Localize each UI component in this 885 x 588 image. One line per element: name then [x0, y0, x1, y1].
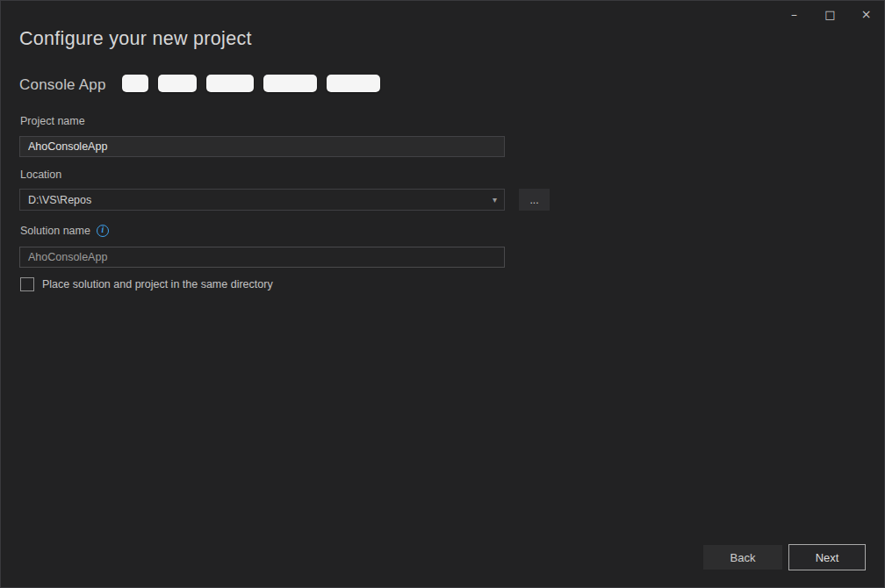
maximize-icon[interactable]: □ [812, 1, 848, 27]
minimize-icon[interactable]: – [776, 1, 812, 27]
same-directory-checkbox-label: Place solution and project in the same d… [42, 278, 273, 290]
back-button[interactable]: Back [703, 545, 782, 570]
close-icon[interactable]: × [848, 1, 884, 27]
info-icon[interactable]: i [97, 225, 109, 237]
tag-placeholder-pill [263, 75, 317, 92]
location-value: D:\VS\Repos [28, 194, 91, 206]
tag-placeholder-pill [158, 75, 197, 92]
location-label: Location [20, 169, 61, 181]
solution-name-input[interactable] [19, 247, 505, 268]
location-dropdown[interactable]: D:\VS\Repos ▾ [19, 189, 505, 211]
tag-placeholder-pill [327, 75, 380, 92]
next-button[interactable]: Next [788, 544, 866, 570]
project-tag-placeholders [122, 75, 390, 96]
same-directory-checkbox-row[interactable]: Place solution and project in the same d… [20, 277, 273, 291]
tag-placeholder-pill [122, 75, 148, 92]
solution-name-label-row: Solution name i [20, 225, 109, 237]
chevron-down-icon: ▾ [493, 195, 497, 204]
project-name-input[interactable] [19, 136, 505, 157]
project-type-label: Console App [19, 76, 106, 94]
window-controls: – □ × [776, 1, 884, 27]
same-directory-checkbox[interactable] [20, 277, 34, 291]
page-title: Configure your new project [19, 28, 252, 50]
project-type-row: Console App [19, 75, 390, 96]
tag-placeholder-pill [206, 75, 254, 92]
project-name-label: Project name [20, 115, 85, 127]
browse-location-button[interactable]: ... [519, 189, 550, 211]
configure-project-dialog: – □ × Configure your new project Console… [0, 0, 885, 588]
solution-name-label: Solution name [20, 225, 90, 237]
